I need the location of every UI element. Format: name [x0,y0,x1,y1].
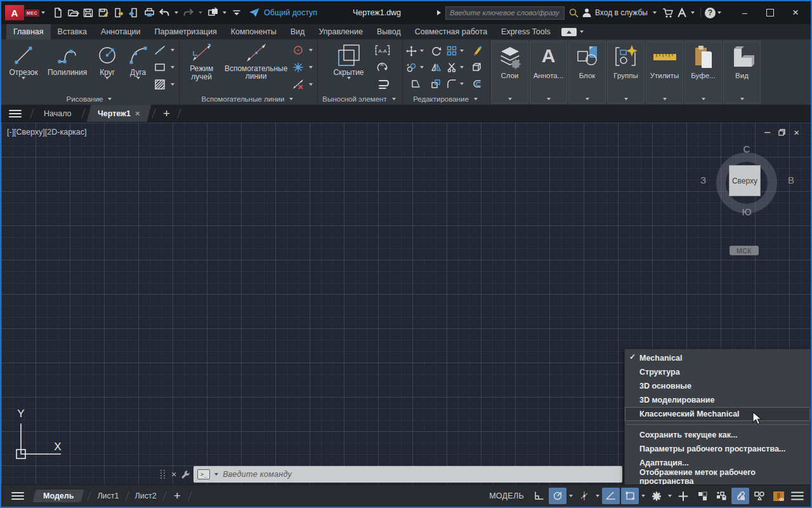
menu-item-structure[interactable]: Структура [625,365,810,379]
compass-north-label[interactable]: С [699,144,794,154]
save-as-button[interactable] [96,5,110,20]
grid-display-button[interactable] [530,488,547,504]
trim-button[interactable] [446,62,466,72]
circle-button[interactable]: Круг [91,41,124,79]
detail-break-button[interactable] [374,78,391,91]
save-to-web-button[interactable] [127,5,141,20]
construction-line-button[interactable] [153,44,167,57]
snap-mode-button[interactable] [549,488,566,504]
help-caret-icon[interactable] [717,11,721,14]
layout-menu-button[interactable] [5,491,30,500]
tab-model[interactable]: Модель [33,490,84,502]
customization-button[interactable] [789,488,806,504]
app-menu-caret-icon[interactable] [41,11,45,14]
viewport-close-button[interactable]: × [794,127,799,138]
panel-label-detail[interactable]: Выносной элемент [318,93,402,105]
command-line-close-icon[interactable]: × [169,469,178,479]
array-button[interactable] [446,46,466,56]
panel-label-modify[interactable]: Редактирование [403,93,490,105]
erase-construction-caret-icon[interactable] [309,83,313,86]
maximize-button[interactable] [757,4,783,22]
tab-express-tools[interactable]: Express Tools [494,24,558,39]
panel-utilities-caret-icon[interactable] [663,98,667,100]
object-snap-button[interactable] [621,488,639,504]
panel-view[interactable]: Вид [723,41,761,104]
panel-utilities[interactable]: Утилиты [646,41,683,104]
crosshair-size-button[interactable] [674,488,692,504]
polyline-button[interactable]: Полилиния [43,41,91,77]
compass-east-label[interactable]: В [788,175,794,185]
redo-history-caret-icon[interactable] [199,11,202,14]
panel-groups-caret-icon[interactable] [624,98,628,100]
search-expand-arrow-icon[interactable] [436,10,442,16]
move-button[interactable] [405,46,426,57]
ribbon-minimize-caret-icon[interactable] [580,30,584,33]
customize-wrench-icon[interactable] [181,469,191,479]
new-drawing-tab-button[interactable]: + [157,105,176,122]
hide-caret-icon[interactable] [347,77,351,79]
panel-label-draw[interactable]: Рисование [1,93,179,105]
app-logo[interactable]: A [5,5,24,20]
tab-manage[interactable]: Управление [311,24,370,39]
panel-groups[interactable]: Группы [607,41,645,104]
viewport-controls-label[interactable]: [-][Сверху][2D-каркас] [7,128,87,137]
menu-item-3d-basics[interactable]: 3D основные [625,379,810,393]
customize-qat-button[interactable] [230,5,244,20]
snap-caret-icon[interactable] [569,495,573,497]
compass-south-label[interactable]: Ю [699,206,794,217]
clean-screen-button[interactable] [731,488,749,504]
panel-view-caret-icon[interactable] [740,98,744,100]
tab-drawing1[interactable]: Чертеж1× [86,105,150,122]
tab-layout2[interactable]: Лист2 [130,491,162,500]
hatch-button[interactable] [153,78,167,91]
ortho-tracking-button[interactable] [575,488,593,504]
arc-caret-icon[interactable] [136,77,140,79]
fillet-button[interactable] [446,79,466,89]
model-space-badge[interactable]: МОДЕЛЬ [489,491,524,500]
point-button[interactable] [291,61,305,74]
rectangle-button[interactable] [153,61,167,74]
undo-button[interactable] [157,5,171,20]
autodesk-app-caret-icon[interactable] [691,11,695,14]
undo-history-caret-icon[interactable] [174,11,178,14]
command-line-bar[interactable]: × >_ Введите команду [160,466,622,483]
panel-block-caret-icon[interactable] [586,98,589,100]
hide-button[interactable]: Скрытие [330,41,368,79]
tab-close-icon[interactable]: × [135,109,140,118]
menu-item-display-workspace-labels[interactable]: Отображение меток рабочего пространства [625,470,810,484]
workspace-gear-button[interactable] [648,488,665,504]
center-cross-button[interactable] [291,44,305,57]
app-store-cart-button[interactable] [661,5,675,20]
isolate-objects-button[interactable] [693,488,711,504]
menu-item-mechanical[interactable]: ✓Mechanical [625,351,810,365]
autodesk-app-button[interactable] [675,5,689,20]
workspace-gear-caret-icon[interactable] [668,495,672,497]
trim-caret-icon[interactable] [460,66,464,69]
circle-caret-icon[interactable] [105,77,109,79]
annotation-objects-button[interactable] [750,488,768,504]
panel-annotation[interactable]: A Аннота... [530,41,567,104]
new-layout-button[interactable]: + [167,489,187,503]
tab-start[interactable]: Начало [35,105,81,122]
tab-output[interactable]: Вывод [370,24,408,39]
share-control[interactable]: Общий доступ [249,8,317,18]
drawing-area[interactable]: [-][Сверху][2D-каркас] – × С Ю З В Сверх… [1,123,811,485]
mirror-button[interactable] [426,62,446,72]
panel-clipboard-caret-icon[interactable] [702,98,705,100]
tab-home[interactable]: Главная [6,24,51,39]
panel-layers-caret-icon[interactable] [508,98,512,100]
tab-parametric[interactable]: Параметризация [148,24,224,39]
ucs-dropdown-button[interactable]: МСК [730,246,759,255]
new-file-button[interactable] [51,5,65,20]
panel-layers[interactable]: Слои [491,41,528,104]
viewport-minimize-button[interactable]: – [764,126,770,138]
move-caret-icon[interactable] [420,50,424,52]
menu-item-3d-modeling[interactable]: 3D моделирование [625,393,810,407]
open-file-button[interactable] [66,5,80,20]
menu-item-classic-mechanical[interactable]: Классический Mechanical [625,407,810,421]
lock-ui-button[interactable] [712,488,730,504]
hardware-accel-button[interactable] [769,488,787,504]
close-button[interactable]: × [783,4,808,22]
panel-clipboard[interactable]: Буфе... [684,41,722,104]
point-caret-icon[interactable] [309,66,313,69]
